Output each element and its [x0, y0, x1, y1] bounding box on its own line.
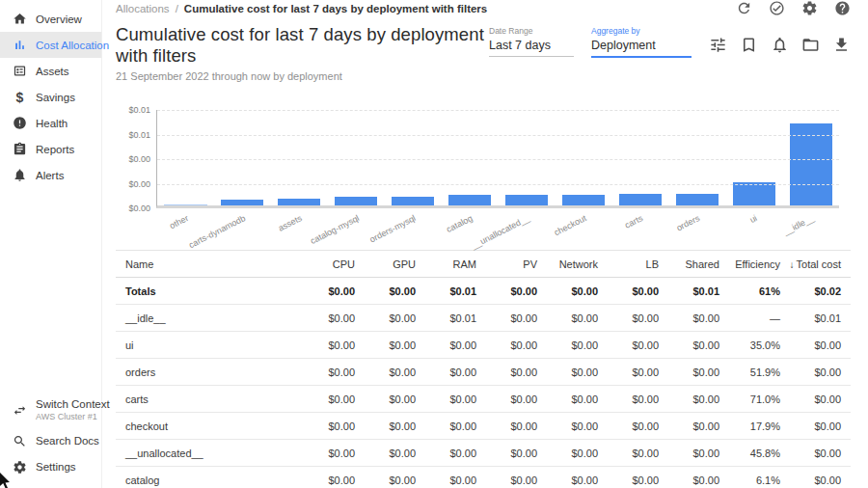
- cell-gpu: $0.00: [355, 285, 416, 297]
- mouse-cursor: [0, 473, 12, 488]
- allocation-table: NameCPUGPURAMPVNetworkLBSharedEfficiency…: [116, 250, 851, 488]
- table-row-ui[interactable]: ui$0.00$0.00$0.00$0.00$0.00$0.00$0.0035.…: [116, 332, 851, 359]
- cell-lb: $0.00: [598, 312, 659, 324]
- date-range-field: Date Range Last 7 days: [489, 26, 574, 57]
- tune-icon[interactable]: [709, 36, 727, 54]
- cell-efficiency: 35.0%: [719, 339, 780, 351]
- cell-network: $0.00: [537, 312, 598, 324]
- column-header-label: Name: [125, 258, 153, 270]
- bar-ui[interactable]: [733, 182, 775, 205]
- column-header-label: RAM: [453, 258, 476, 270]
- cell-gpu: $0.00: [355, 393, 416, 405]
- column-header-pv[interactable]: PV: [476, 258, 537, 270]
- sidebar-item-label: Health: [36, 118, 68, 129]
- cell-total-cost: $0.00: [780, 420, 841, 432]
- cell-shared: $0.00: [659, 474, 719, 486]
- cell-network: $0.00: [537, 474, 598, 486]
- bar-orders[interactable]: [676, 194, 719, 205]
- bar-slot-carts-dynamodb: carts-dynamodb: [214, 110, 271, 205]
- sidebar-item-switch-context[interactable]: Switch ContextAWS Cluster #1: [0, 392, 101, 428]
- cell-lb: $0.00: [598, 447, 659, 459]
- sidebar-item-alerts[interactable]: Alerts: [0, 162, 101, 188]
- breadcrumb-allocations-link[interactable]: Allocations: [116, 3, 170, 14]
- help-icon[interactable]: [834, 0, 851, 16]
- sidebar-item-settings[interactable]: Settings: [0, 454, 101, 480]
- sidebar-item-savings[interactable]: $Savings: [0, 84, 101, 110]
- table-row-catalog[interactable]: catalog$0.00$0.00$0.00$0.00$0.00$0.00$0.…: [116, 467, 851, 488]
- cell-network: $0.00: [537, 393, 598, 405]
- column-header-ram[interactable]: RAM: [416, 258, 476, 270]
- bar-slot-__unallocated__: __unallocated__: [499, 110, 556, 205]
- table-row-carts[interactable]: carts$0.00$0.00$0.00$0.00$0.00$0.00$0.00…: [116, 386, 851, 413]
- sidebar-item-assets[interactable]: Assets: [0, 58, 101, 84]
- cell-cpu: $0.00: [294, 447, 355, 459]
- cell-lb: $0.00: [598, 474, 659, 486]
- column-header-shared[interactable]: Shared: [659, 258, 719, 270]
- column-header-name[interactable]: Name: [116, 258, 294, 270]
- bar-__unallocated__[interactable]: [505, 195, 548, 205]
- bar-carts-dynamodb[interactable]: [221, 200, 263, 205]
- bar-catalog[interactable]: [448, 195, 491, 205]
- sidebar-item-overview[interactable]: Overview: [0, 6, 101, 32]
- sidebar-item-cost-allocation[interactable]: Cost Allocation: [0, 32, 101, 58]
- cell-name: __unallocated__: [116, 447, 294, 459]
- cell-network: $0.00: [537, 285, 598, 297]
- table-row-__unallocated__[interactable]: __unallocated__$0.00$0.00$0.00$0.00$0.00…: [116, 440, 851, 467]
- aggregate-by-select[interactable]: Deployment: [591, 39, 692, 58]
- bar-assets[interactable]: [278, 199, 320, 205]
- cell-gpu: $0.00: [355, 420, 416, 432]
- bar-slot-__idle__: __idle__: [782, 110, 839, 205]
- title-block: Cumulative cost for last 7 days by deplo…: [116, 24, 489, 82]
- table-row-totals: Totals$0.00$0.00$0.01$0.00$0.00$0.00$0.0…: [116, 278, 851, 305]
- cluster-context-value: AWS Cluster #1: [36, 412, 110, 422]
- sidebar-item-label: Overview: [36, 14, 82, 25]
- sidebar-item-reports[interactable]: Reports: [0, 136, 101, 162]
- bar-carts[interactable]: [619, 194, 662, 205]
- gridline: [157, 184, 839, 185]
- gridline: [157, 135, 839, 136]
- y-axis-tick-label: $0.00: [128, 179, 150, 189]
- cell-gpu: $0.00: [355, 447, 416, 459]
- bar-checkout[interactable]: [562, 195, 605, 205]
- folder-icon[interactable]: [801, 36, 820, 54]
- bar-slot-orders-mysql: orders-mysql: [385, 110, 442, 205]
- refresh-icon[interactable]: [736, 0, 752, 16]
- bookmark-icon[interactable]: [740, 36, 758, 54]
- column-header-lb[interactable]: LB: [598, 258, 659, 270]
- sidebar-item-search-docs[interactable]: Search Docs: [0, 428, 101, 454]
- cell-lb: $0.00: [598, 420, 659, 432]
- table-row-__idle__[interactable]: __idle__$0.00$0.00$0.01$0.00$0.00$0.00$0…: [116, 305, 851, 332]
- breadcrumb: Allocations / Cumulative cost for last 7…: [116, 3, 487, 14]
- sidebar-item-label: Search Docs: [36, 434, 99, 447]
- table-row-orders[interactable]: orders$0.00$0.00$0.00$0.00$0.00$0.00$0.0…: [116, 359, 851, 386]
- bell-icon[interactable]: [771, 36, 789, 54]
- gear-icon[interactable]: [801, 0, 818, 16]
- check-circle-icon[interactable]: [769, 0, 785, 16]
- date-range-select[interactable]: Last 7 days: [489, 39, 574, 57]
- bar-slot-catalog: catalog: [442, 110, 499, 205]
- cell-ram: $0.00: [416, 420, 476, 432]
- cell-network: $0.00: [537, 339, 598, 351]
- bar-orders-mysql[interactable]: [392, 197, 434, 205]
- bar-other[interactable]: [164, 204, 206, 205]
- sort-descending-icon: ↓: [790, 259, 795, 270]
- column-header-label: PV: [523, 258, 537, 270]
- sidebar-item-health[interactable]: Health: [0, 110, 101, 136]
- sidebar-item-label: Switch ContextAWS Cluster #1: [36, 397, 110, 422]
- column-header-label: Total cost: [797, 258, 841, 270]
- column-header-cpu[interactable]: CPU: [294, 258, 355, 270]
- x-axis-tick-label: catalog: [445, 213, 474, 234]
- cell-cpu: $0.00: [294, 366, 355, 378]
- column-header-label: Efficiency: [735, 258, 780, 270]
- table-row-checkout[interactable]: checkout$0.00$0.00$0.00$0.00$0.00$0.00$0…: [116, 413, 851, 440]
- bar-catalog-mysql[interactable]: [335, 197, 377, 205]
- column-header-total-cost[interactable]: ↓Total cost: [780, 258, 841, 270]
- cell-efficiency: 17.9%: [719, 420, 780, 432]
- bar-__idle__[interactable]: [790, 123, 832, 205]
- column-header-efficiency[interactable]: Efficiency: [719, 258, 780, 270]
- gear-icon: [13, 460, 27, 474]
- column-header-gpu[interactable]: GPU: [355, 258, 416, 270]
- download-icon[interactable]: [832, 36, 851, 54]
- column-header-network[interactable]: Network: [537, 258, 598, 270]
- cell-lb: $0.00: [598, 393, 659, 405]
